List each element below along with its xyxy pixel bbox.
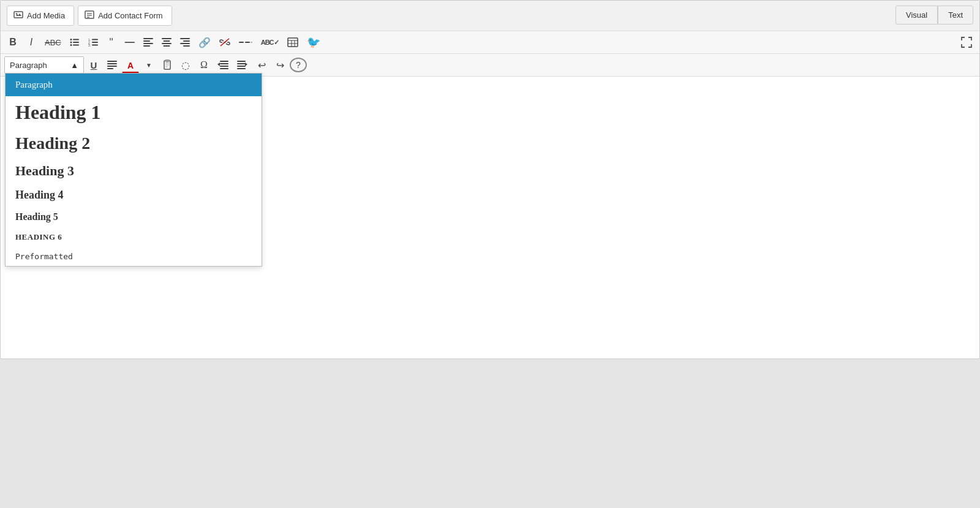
format-item-h3[interactable]: Heading 3 (6, 158, 262, 184)
add-contact-form-button[interactable]: Add Contact Form (78, 6, 172, 26)
view-tabs: Visual Text (895, 6, 973, 25)
ordered-list-button[interactable]: 1.2.3. (85, 34, 102, 51)
link-button[interactable]: 🔗 (195, 34, 214, 51)
twitter-button[interactable]: 🐦 (303, 34, 324, 51)
clear-format-button[interactable]: ◌ (177, 56, 194, 74)
svg-text:3.: 3. (88, 44, 91, 47)
add-media-button[interactable]: Add Media (7, 6, 74, 26)
italic-button[interactable]: I (23, 34, 40, 51)
svg-rect-52 (220, 68, 228, 69)
align-center-button[interactable] (158, 34, 175, 51)
editor-wrapper: Add Media Add Contact Form Visual Text B… (0, 0, 980, 359)
indent-button[interactable] (233, 56, 252, 74)
format-item-h1[interactable]: Heading 1 (6, 96, 262, 129)
spellcheck-button[interactable]: ABC✓ (257, 34, 282, 51)
underline-button[interactable]: U (85, 56, 102, 74)
svg-rect-29 (183, 45, 190, 47)
horizontal-rule-button[interactable]: — (121, 34, 138, 51)
format-dropdown: Paragraph Heading 1 Heading 2 Heading 3 … (5, 73, 262, 267)
svg-rect-7 (73, 39, 79, 40)
svg-rect-49 (220, 61, 228, 62)
bold-button[interactable]: B (4, 34, 21, 51)
format-item-h6[interactable]: HEADING 6 (6, 227, 262, 247)
svg-rect-27 (183, 40, 190, 42)
svg-point-10 (70, 44, 72, 46)
svg-rect-15 (92, 42, 98, 43)
tab-text[interactable]: Text (938, 6, 973, 25)
tab-visual[interactable]: Visual (895, 6, 938, 25)
svg-rect-41 (107, 63, 117, 64)
redo-button[interactable]: ↪ (271, 56, 288, 74)
media-icon (13, 10, 23, 21)
svg-rect-28 (180, 43, 190, 44)
paragraph-format-select[interactable]: Paragraph ▲ Paragraph Heading 1 Heading … (4, 56, 84, 74)
svg-rect-56 (237, 66, 246, 67)
svg-rect-21 (143, 45, 150, 47)
align-right-button[interactable] (176, 34, 194, 51)
contact-form-icon (85, 10, 94, 21)
svg-rect-17 (92, 45, 98, 46)
help-button[interactable]: ? (290, 58, 307, 72)
svg-rect-43 (107, 68, 113, 69)
dropdown-arrow-icon: ▲ (70, 61, 78, 70)
svg-rect-26 (180, 38, 190, 39)
color-dropdown-button[interactable]: ▼ (140, 56, 157, 74)
align-left-button[interactable] (140, 34, 157, 51)
svg-rect-40 (107, 61, 117, 62)
svg-rect-24 (162, 43, 172, 44)
justify-button[interactable] (104, 56, 121, 74)
svg-point-8 (70, 42, 72, 44)
svg-rect-42 (107, 66, 117, 67)
unordered-list-button[interactable] (66, 34, 83, 51)
format-item-paragraph[interactable]: Paragraph (6, 74, 262, 96)
svg-rect-19 (143, 40, 150, 42)
format-item-h2[interactable]: Heading 2 (6, 129, 262, 158)
svg-rect-22 (162, 38, 172, 39)
svg-marker-53 (217, 63, 220, 66)
svg-rect-18 (143, 38, 153, 39)
undo-button[interactable]: ↩ (253, 56, 270, 74)
outdent-button[interactable] (214, 56, 232, 74)
svg-rect-23 (163, 40, 170, 42)
text-color-button[interactable]: A (122, 56, 139, 74)
svg-marker-58 (245, 63, 247, 66)
paragraph-label: Paragraph (10, 61, 47, 70)
svg-rect-50 (220, 63, 228, 64)
svg-rect-51 (220, 66, 228, 67)
svg-rect-11 (73, 45, 79, 46)
add-media-label: Add Media (27, 11, 65, 20)
svg-rect-35 (288, 38, 298, 47)
svg-point-1 (16, 13, 17, 14)
svg-rect-33 (245, 42, 250, 43)
toolbar-top: Add Media Add Contact Form Visual Text (1, 1, 979, 31)
svg-rect-55 (237, 63, 246, 64)
add-contact-form-label: Add Contact Form (98, 11, 163, 20)
strikethrough-button[interactable]: ABC (41, 34, 65, 51)
format-item-preformatted[interactable]: Preformatted (6, 247, 262, 266)
unlink-button[interactable] (216, 34, 234, 51)
svg-rect-9 (73, 42, 79, 43)
more-tag-button[interactable] (235, 34, 256, 51)
svg-rect-45 (165, 59, 169, 62)
svg-rect-25 (163, 45, 170, 47)
toolbar-row1: B I ABC 1.2.3. " — 🔗 (1, 31, 979, 54)
svg-rect-13 (92, 39, 98, 40)
svg-rect-57 (237, 68, 246, 69)
format-item-h4[interactable]: Heading 4 (6, 184, 262, 207)
svg-rect-32 (239, 42, 244, 43)
svg-rect-0 (14, 12, 23, 18)
toolbar-row2: Paragraph ▲ Paragraph Heading 1 Heading … (1, 54, 979, 77)
fullscreen-button[interactable] (957, 34, 976, 51)
svg-point-6 (70, 39, 72, 40)
wp-table-button[interactable] (284, 34, 302, 51)
svg-rect-20 (143, 43, 153, 44)
special-chars-button[interactable]: Ω (195, 56, 213, 74)
format-item-h5[interactable]: Heading 5 (6, 207, 262, 227)
paste-plain-button[interactable] (159, 56, 176, 74)
svg-rect-34 (251, 42, 252, 43)
svg-rect-54 (237, 61, 246, 62)
blockquote-button[interactable]: " (103, 34, 120, 51)
